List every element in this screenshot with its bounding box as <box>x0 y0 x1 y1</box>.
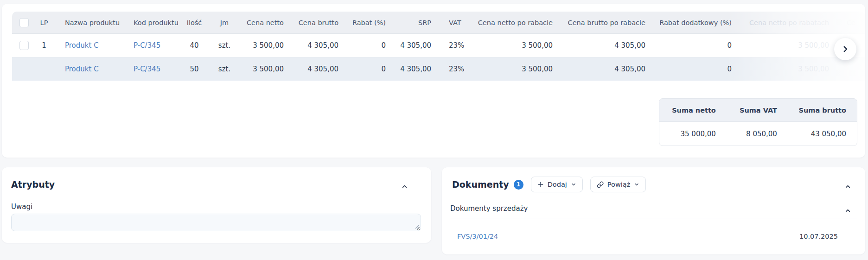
col-header-unit: Jm <box>211 12 238 34</box>
documents-title: Dokumenty <box>452 179 509 190</box>
products-table: LP Nazwa produktu Kod produktu Ilość Jm … <box>12 12 865 81</box>
cell-unit: szt. <box>211 57 238 81</box>
documents-collapse-button[interactable] <box>842 181 853 192</box>
scroll-columns-right-button[interactable] <box>834 38 856 60</box>
document-date: 10.07.2025 <box>799 233 838 240</box>
products-card: LP Nazwa produktu Kod produktu Ilość Jm … <box>2 4 865 158</box>
col-header-extra-discount: Rabat dodatkowy (%) <box>652 12 738 34</box>
document-list-item: FVS/3/01/24 10.07.2025 <box>457 229 838 243</box>
chevron-down-icon <box>571 182 576 187</box>
col-header-discount: Rabat (%) <box>345 12 392 34</box>
col-header-net-price: Cena netto <box>238 12 290 34</box>
notes-textarea[interactable] <box>11 214 421 231</box>
cell-net-after-discount: 3 500,00 <box>468 34 559 57</box>
cell-net-after-discounts: 3 500,00 <box>738 57 836 81</box>
product-code-link[interactable]: P-C/345 <box>134 65 160 73</box>
cell-lp: 1 <box>34 34 54 57</box>
col-header-product-name: Nazwa produktu <box>54 12 122 34</box>
attributes-title: Atrybuty <box>11 179 55 190</box>
cell-lp <box>34 57 54 81</box>
sales-documents-collapse-button[interactable] <box>842 205 853 216</box>
sales-documents-section-title: Dokumenty sprzedaży <box>450 204 528 213</box>
col-header-net-after-discounts: Cena netto po rabatach <box>738 12 836 34</box>
cell-gross-after-discount: 4 305,00 <box>559 57 652 81</box>
col-header-gross-price: Cena brutto <box>290 12 345 34</box>
attributes-card: Atrybuty Uwagi <box>2 167 431 243</box>
cell-srp: 4 305,00 <box>392 34 438 57</box>
summary-header-gross: Suma brutto <box>788 99 857 121</box>
cell-extra-discount: 0 <box>652 34 738 57</box>
cell-vat: 23% <box>438 57 468 81</box>
cell-net-after-discount: 3 500,00 <box>468 57 559 81</box>
col-header-product-code: Kod produktu <box>122 12 178 34</box>
cell-quantity: 40 <box>178 34 211 57</box>
cell-vat: 23% <box>438 34 468 57</box>
cell-discount: 0 <box>345 57 392 81</box>
add-document-label: Dodaj <box>548 181 567 188</box>
attributes-collapse-button[interactable] <box>399 181 410 192</box>
table-row: Produkt C P-C/345 50 szt. 3 500,00 4 305… <box>12 57 865 81</box>
col-header-vat: VAT <box>438 12 468 34</box>
chevron-up-icon <box>844 183 851 190</box>
summary-value-vat: 8 050,00 <box>727 122 788 146</box>
table-header-row: LP Nazwa produktu Kod produktu Ilość Jm … <box>12 12 865 34</box>
product-name-link[interactable]: Produkt C <box>65 41 99 50</box>
col-header-gross-after-discount: Cena brutto po rabacie <box>559 12 652 34</box>
col-header-net-after-discount: Cena netto po rabacie <box>468 12 559 34</box>
table-row: 1 Produkt C P-C/345 40 szt. 3 500,00 4 3… <box>12 34 865 57</box>
cell-discount: 0 <box>345 34 392 57</box>
documents-count-badge: 1 <box>514 180 523 190</box>
row-checkbox[interactable] <box>19 41 29 50</box>
summary-header-net: Suma netto <box>659 99 727 121</box>
link-document-button[interactable]: Powiąż <box>590 177 646 192</box>
chevron-up-icon <box>401 183 408 190</box>
cell-quantity: 50 <box>178 57 211 81</box>
link-document-label: Powiąż <box>607 181 630 188</box>
chevron-down-icon <box>634 182 639 187</box>
cell-extra-discount: 0 <box>652 57 738 81</box>
chevron-right-icon <box>841 45 849 53</box>
section-divider <box>450 218 857 218</box>
col-header-srp: SRP <box>392 12 438 34</box>
cell-gross-price: 4 305,00 <box>290 57 345 81</box>
select-all-checkbox[interactable] <box>19 18 29 27</box>
totals-summary: Suma netto Suma VAT Suma brutto 35 000,0… <box>659 98 857 146</box>
documents-card: Dokumenty 1 Dodaj Powiąż Dokumenty sprze… <box>442 167 865 254</box>
cell-gross-after-discount: 4 305,00 <box>559 34 652 57</box>
document-number-link[interactable]: FVS/3/01/24 <box>457 233 498 240</box>
cell-srp: 4 305,00 <box>392 57 438 81</box>
cell-unit: szt. <box>211 34 238 57</box>
summary-header-vat: Suma VAT <box>727 99 788 121</box>
add-document-button[interactable]: Dodaj <box>531 177 583 192</box>
cell-gross-price: 4 305,00 <box>290 34 345 57</box>
col-header-lp: LP <box>34 12 54 34</box>
summary-value-net: 35 000,00 <box>659 122 727 146</box>
notes-label: Uwagi <box>11 203 32 211</box>
col-header-quantity: Ilość <box>178 12 211 34</box>
cell-net-price: 3 500,00 <box>238 34 290 57</box>
product-name-link[interactable]: Produkt C <box>65 65 99 73</box>
link-icon <box>597 181 604 188</box>
chevron-up-icon <box>844 207 851 214</box>
cell-net-price: 3 500,00 <box>238 57 290 81</box>
plus-icon <box>537 181 544 188</box>
product-code-link[interactable]: P-C/345 <box>134 41 160 50</box>
summary-value-gross: 43 050,00 <box>788 122 857 146</box>
cell-net-after-discounts: 3 500,00 <box>738 34 836 57</box>
col-header-peek: Ce <box>836 12 865 34</box>
